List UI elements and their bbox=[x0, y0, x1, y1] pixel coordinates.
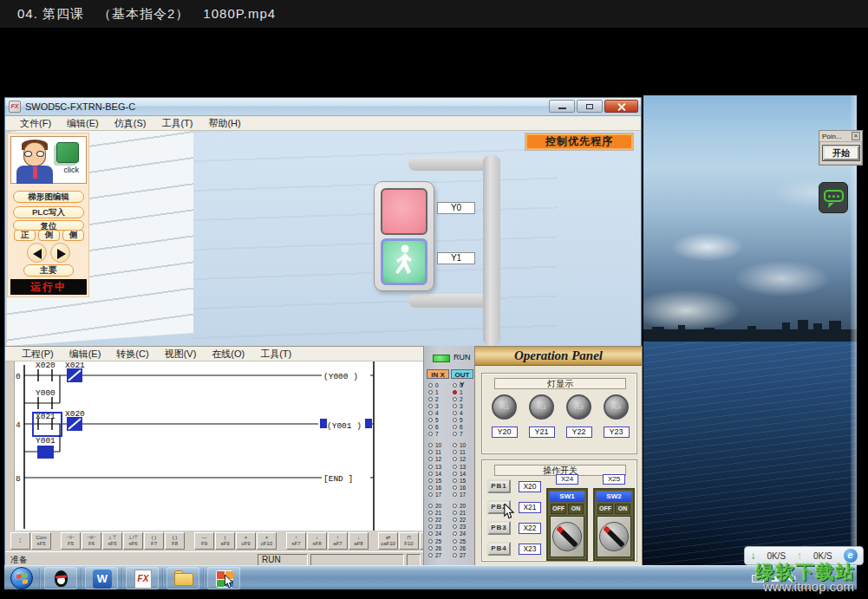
ladder-tool-button[interactable]: ↓aF8 bbox=[349, 532, 369, 550]
out-y-row: 12 bbox=[451, 456, 473, 463]
in-x-row: 24 bbox=[427, 531, 449, 537]
ladder-tool-button[interactable]: ⊣⊢F5 bbox=[61, 532, 81, 550]
menu-item[interactable]: 编辑(E) bbox=[59, 117, 107, 130]
in-x-row: 1 bbox=[427, 388, 449, 395]
output-led-icon bbox=[453, 539, 457, 544]
taskbar-qq-button[interactable] bbox=[44, 567, 77, 589]
out-y-row: 24 bbox=[451, 531, 473, 537]
selector-switch-block: X25 SW2 OFF ON bbox=[593, 474, 635, 561]
ladder-tool-button[interactable]: ComsF5 bbox=[31, 532, 51, 550]
menu-item[interactable]: 帮助(H) bbox=[200, 117, 248, 130]
menu-item[interactable]: 工具(T) bbox=[153, 117, 200, 130]
output-led-icon bbox=[453, 425, 457, 429]
ladder-tool-button[interactable]: { }F8 bbox=[165, 532, 185, 550]
push-button-row: PB4 X23 bbox=[487, 542, 541, 556]
view-front-button[interactable]: 正 bbox=[14, 230, 36, 241]
ladder-end-label: [END ] bbox=[323, 474, 353, 484]
mouse-cursor-arrow bbox=[224, 575, 234, 589]
instructor-avatar[interactable]: click bbox=[10, 136, 87, 184]
close-icon bbox=[617, 103, 625, 111]
main-button[interactable]: 主要 bbox=[23, 264, 74, 277]
in-x-row: 16 bbox=[427, 484, 449, 491]
signal-pole bbox=[483, 155, 500, 346]
view-reverse-button[interactable]: 倒 bbox=[38, 230, 60, 241]
ladder-tool-button[interactable]: ×cF9 bbox=[236, 532, 256, 550]
ladder-tool-button[interactable]: ⇄caF10 bbox=[378, 532, 398, 550]
taskbar-fxtrn-button[interactable]: FX bbox=[126, 567, 159, 589]
minimize-button[interactable] bbox=[549, 100, 575, 113]
next-button[interactable] bbox=[50, 243, 70, 263]
poin-close-icon[interactable]: × bbox=[852, 132, 860, 140]
ladder-coil-label: (Y000 ) bbox=[323, 372, 358, 381]
out-y-row: 13 bbox=[451, 463, 473, 470]
output-led-icon bbox=[453, 411, 457, 415]
ladder-tool-button[interactable]: ⊥⊤sF5 bbox=[102, 532, 122, 550]
ladder-menu-item[interactable]: 工程(P) bbox=[14, 348, 62, 361]
selector-knob-area[interactable] bbox=[550, 516, 584, 557]
ladder-tool-button[interactable]: ×cF10 bbox=[257, 532, 277, 550]
start-button[interactable]: 开始 bbox=[823, 146, 859, 160]
out-y-row: 27 bbox=[451, 551, 473, 558]
input-led-icon bbox=[428, 450, 433, 454]
output-led-icon bbox=[453, 443, 457, 447]
input-led-icon bbox=[428, 411, 433, 415]
simulation-view: Y0 Y1 控制优先程序 bbox=[7, 131, 641, 346]
push-button-row: PB3 X22 bbox=[487, 521, 541, 535]
maximize-button[interactable] bbox=[577, 100, 603, 113]
right-arrow-icon bbox=[57, 249, 66, 259]
ladder-edit-button[interactable]: 梯形图编辑 bbox=[13, 191, 84, 203]
start-button-orb[interactable] bbox=[10, 567, 33, 589]
selector-knob-icon[interactable] bbox=[552, 522, 582, 551]
run-led-icon bbox=[433, 355, 450, 362]
prev-button[interactable] bbox=[27, 243, 47, 263]
taskbar-word-button[interactable]: W bbox=[85, 567, 118, 589]
ladder-tool-button[interactable]: ⊣/⊢F6 bbox=[82, 532, 101, 550]
plc-write-button[interactable]: PLC写入 bbox=[13, 206, 84, 218]
fxtrn-window-title: SWOD5C-FXTRN-BEG-C bbox=[25, 101, 135, 112]
selector-knob-icon[interactable] bbox=[599, 522, 629, 551]
push-button[interactable]: PB4 bbox=[487, 542, 511, 556]
ladder-tool-button[interactable]: ⊓F10 bbox=[399, 532, 419, 550]
ladder-menu-bar: 工程(P)编辑(E)转换(C)视图(V)在线(O)工具(T) bbox=[5, 347, 423, 361]
taskbar-tool-button[interactable] bbox=[207, 567, 240, 589]
out-y-row: 6 bbox=[451, 424, 473, 431]
in-x-row: 7 bbox=[427, 431, 449, 438]
status-run-box: RUN bbox=[258, 554, 308, 566]
ladder-tool-button[interactable]: ⊥/⊤sF6 bbox=[123, 532, 143, 550]
output-led-icon bbox=[453, 472, 457, 476]
ladder-menu-item[interactable]: 编辑(E) bbox=[62, 348, 109, 361]
input-led-icon bbox=[428, 432, 433, 436]
push-button[interactable]: PB1 bbox=[487, 479, 511, 493]
ladder-tool-button[interactable]: |sF9 bbox=[215, 532, 235, 550]
ladder-tool-button[interactable]: ⌶ bbox=[10, 532, 30, 550]
ladder-canvas[interactable]: X020 X021 Y000 (Y000 ) bbox=[15, 361, 423, 531]
book-icon[interactable] bbox=[56, 142, 79, 163]
ladder-tool-button[interactable]: ( )F7 bbox=[144, 532, 164, 550]
view-side-button[interactable]: 侧 bbox=[62, 230, 84, 241]
chat-overlay-button[interactable] bbox=[819, 182, 848, 213]
panel-lamp-cell: PL3 Y22 bbox=[562, 394, 597, 438]
menu-item[interactable]: 仿真(S) bbox=[107, 117, 154, 130]
ladder-tool-button[interactable]: —F9 bbox=[194, 532, 214, 550]
ladder-tool-button[interactable]: ↑aF7 bbox=[328, 532, 348, 550]
taskbar-separator bbox=[162, 568, 164, 589]
ladder-menu-item[interactable]: 视图(V) bbox=[157, 348, 205, 361]
ladder-tool-button[interactable]: ↓sF8 bbox=[307, 532, 327, 550]
menu-item[interactable]: 文件(F) bbox=[12, 117, 59, 130]
run-led-label: RUN bbox=[454, 353, 471, 361]
taskbar-explorer-button[interactable] bbox=[166, 567, 199, 589]
ladder-menu-item[interactable]: 工具(T) bbox=[252, 348, 299, 361]
input-led-icon bbox=[428, 518, 433, 522]
fxtrn-title-bar[interactable]: FX SWOD5C-FXTRN-BEG-C bbox=[5, 98, 641, 116]
ladder-menu-item[interactable]: 转换(C) bbox=[108, 348, 156, 361]
ladder-tool-button[interactable]: ↑sF7 bbox=[286, 532, 306, 550]
glasses-icon bbox=[36, 151, 44, 157]
push-button[interactable]: PB3 bbox=[487, 521, 511, 535]
out-y-row: 22 bbox=[451, 517, 473, 524]
close-button[interactable] bbox=[604, 100, 638, 113]
poin-title-bar[interactable]: Poin... × bbox=[819, 131, 862, 142]
ladder-menu-item[interactable]: 在线(O) bbox=[204, 348, 252, 361]
selector-off-label: OFF bbox=[597, 504, 613, 514]
selector-knob-area[interactable] bbox=[597, 516, 631, 557]
ladder-device-label: X020 bbox=[65, 409, 85, 419]
